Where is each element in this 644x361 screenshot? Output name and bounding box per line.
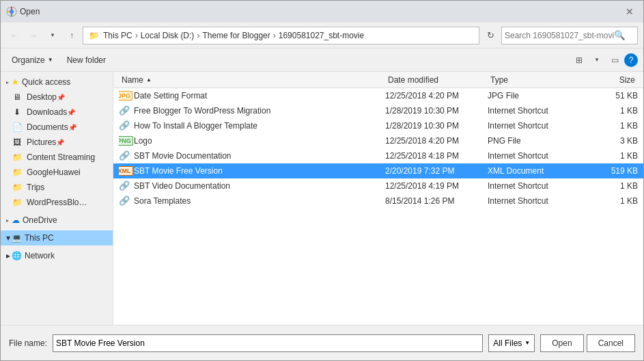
- breadcrumb-part-3[interactable]: Theme for Blogger: [202, 31, 270, 40]
- sidebar-google-huawei-label: GoogleHuawei: [27, 168, 81, 177]
- file-date-cell: 1/28/2019 10:30 PM: [385, 121, 488, 131]
- file-name: Free Blogger To WordPress Migration: [134, 106, 270, 116]
- view-arrow-button[interactable]: ▼: [589, 52, 605, 68]
- file-icon: JPG: [119, 91, 132, 101]
- search-box[interactable]: 🔍: [501, 27, 638, 44]
- pin-icon-downloads: 📌: [67, 109, 75, 116]
- view-options: ⊞ ▼ ▭ ?: [571, 52, 638, 68]
- documents-icon: 📄: [12, 122, 23, 133]
- breadcrumb-part-2[interactable]: Local Disk (D:): [141, 31, 195, 40]
- filetype-label: All Files: [493, 338, 522, 348]
- quick-access-header[interactable]: ▸ ★ Quick access: [1, 75, 113, 90]
- filename-input[interactable]: [53, 334, 483, 352]
- table-row[interactable]: JPG Date Setting Format 12/25/2018 4:20 …: [113, 88, 643, 103]
- col-header-name[interactable]: Name ▲: [119, 72, 385, 88]
- sidebar-item-desktop[interactable]: 🖥 Desktop 📌: [1, 90, 113, 105]
- col-header-size[interactable]: Size: [583, 72, 638, 88]
- sort-arrow-name: ▲: [146, 77, 152, 83]
- onedrive-section: ▸ ☁ OneDrive: [1, 213, 113, 228]
- breadcrumb-sep-2: ›: [197, 31, 199, 40]
- sidebar-item-content-streaming[interactable]: 📁 Content Streaming: [1, 150, 113, 165]
- sidebar-item-google-huawei[interactable]: 📁 GoogleHuawei: [1, 165, 113, 180]
- onedrive-arrow: ▸: [6, 217, 9, 224]
- back-button[interactable]: ←: [6, 27, 23, 44]
- col-size-label: Size: [619, 75, 635, 85]
- sidebar-item-pictures[interactable]: 🖼 Pictures 📌: [1, 135, 113, 150]
- onedrive-label: OneDrive: [23, 215, 57, 225]
- preview-pane-button[interactable]: ▭: [606, 52, 623, 68]
- file-name-cell: PNG Logo: [119, 135, 385, 146]
- table-row[interactable]: 🔗 Free Blogger To WordPress Migration 1/…: [113, 103, 643, 118]
- file-icon: 🔗: [119, 105, 130, 116]
- file-size-cell: 1 KB: [583, 181, 638, 191]
- dialog-title: Open: [20, 7, 619, 16]
- wordpress-icon: 📁: [12, 197, 23, 208]
- file-name-cell: XML SBT Movie Free Version: [119, 165, 385, 176]
- file-type-icon: 🔗: [119, 105, 130, 116]
- file-date-cell: 12/25/2018 4:19 PM: [385, 181, 488, 191]
- file-name: Logo: [134, 136, 152, 146]
- this-pc-expand-arrow: ▾: [6, 233, 10, 243]
- file-size-cell: 1 KB: [583, 121, 638, 131]
- sidebar-item-downloads[interactable]: ⬇ Downloads 📌: [1, 105, 113, 120]
- open-button[interactable]: Open: [540, 334, 583, 352]
- file-icon: 🔗: [119, 196, 130, 206]
- filetype-arrow: ▼: [524, 340, 530, 346]
- file-type-icon: 🔗: [119, 120, 130, 131]
- downloads-icon: ⬇: [12, 107, 23, 118]
- up-button[interactable]: ↑: [64, 27, 80, 44]
- table-row[interactable]: 🔗 How To Install A Blogger Template 1/28…: [113, 118, 643, 133]
- help-button[interactable]: ?: [624, 53, 638, 67]
- breadcrumb[interactable]: 📁 This PC › Local Disk (D:) › Theme for …: [83, 27, 479, 44]
- sidebar-item-this-pc[interactable]: ▾ 💻 This PC: [1, 230, 113, 245]
- sidebar-item-network[interactable]: ▸ 🌐 Network: [1, 248, 113, 263]
- col-header-date[interactable]: Date modified: [385, 72, 488, 88]
- breadcrumb-part-1[interactable]: This PC: [103, 31, 132, 40]
- sidebar-pictures-label: Pictures: [27, 137, 56, 147]
- search-button[interactable]: 🔍: [614, 30, 626, 40]
- breadcrumb-part-4[interactable]: 1690581027_sbt-movie: [279, 31, 364, 40]
- col-header-type[interactable]: Type: [488, 72, 583, 88]
- file-type-cell: Internet Shortcut: [488, 196, 583, 206]
- pictures-icon: 🖼: [12, 137, 23, 148]
- new-folder-button[interactable]: New folder: [61, 51, 111, 69]
- file-icon: XML: [119, 166, 133, 176]
- table-row[interactable]: 🔗 SBT Video Documentation 12/25/2018 4:1…: [113, 178, 643, 193]
- file-type-icon: 🔗: [119, 180, 130, 191]
- search-input[interactable]: [505, 31, 614, 40]
- quick-access-arrow: ▸: [6, 79, 9, 85]
- file-name: SBT Movie Free Version: [134, 166, 223, 176]
- file-icon: 🔗: [119, 180, 130, 191]
- table-row[interactable]: XML SBT Movie Free Version 2/20/2019 7:3…: [113, 163, 643, 178]
- recent-button[interactable]: ▼: [44, 27, 61, 44]
- onedrive-header[interactable]: ▸ ☁ OneDrive: [1, 213, 113, 228]
- forward-button[interactable]: →: [25, 27, 42, 44]
- refresh-button[interactable]: ↻: [482, 27, 499, 44]
- view-toggle-button[interactable]: ⊞: [571, 52, 587, 68]
- cancel-button[interactable]: Cancel: [587, 334, 635, 352]
- sidebar-item-wordpress[interactable]: 📁 WordPressBloger Th: [1, 195, 113, 210]
- file-name: Date Setting Format: [134, 91, 207, 101]
- svg-point-1: [10, 10, 14, 14]
- network-section: ▸ 🌐 Network: [1, 248, 113, 263]
- organize-button[interactable]: Organize ▼: [6, 51, 59, 69]
- close-button[interactable]: ✕: [621, 3, 638, 20]
- sidebar-item-documents[interactable]: 📄 Documents 📌: [1, 120, 113, 135]
- file-name: SBT Movie Documentation: [134, 151, 232, 161]
- file-size-cell: 519 KB: [583, 166, 638, 176]
- file-size-cell: 1 KB: [583, 151, 638, 161]
- table-row[interactable]: 🔗 SBT Movie Documentation 12/25/2018 4:1…: [113, 148, 643, 163]
- this-pc-icon: 💻: [12, 233, 22, 243]
- col-name-label: Name: [122, 75, 143, 85]
- sidebar: ▸ ★ Quick access 🖥 Desktop 📌 ⬇ Downloads…: [1, 72, 113, 325]
- filetype-dropdown[interactable]: All Files ▼: [488, 334, 535, 352]
- footer: File name: All Files ▼ Open Cancel: [1, 325, 643, 360]
- file-date-cell: 1/28/2019 10:30 PM: [385, 106, 488, 116]
- sidebar-item-trips[interactable]: 📁 Trips: [1, 180, 113, 195]
- toolbar: Organize ▼ New folder ⊞ ▼ ▭ ?: [1, 49, 643, 72]
- file-type-cell: XML Document: [488, 166, 583, 176]
- table-row[interactable]: PNG Logo 12/25/2018 4:20 PM PNG File 3 K…: [113, 133, 643, 148]
- table-row[interactable]: 🔗 Sora Templates 8/15/2014 1:26 PM Inter…: [113, 193, 643, 209]
- col-type-label: Type: [490, 75, 508, 85]
- file-type-icon: PNG: [119, 135, 130, 146]
